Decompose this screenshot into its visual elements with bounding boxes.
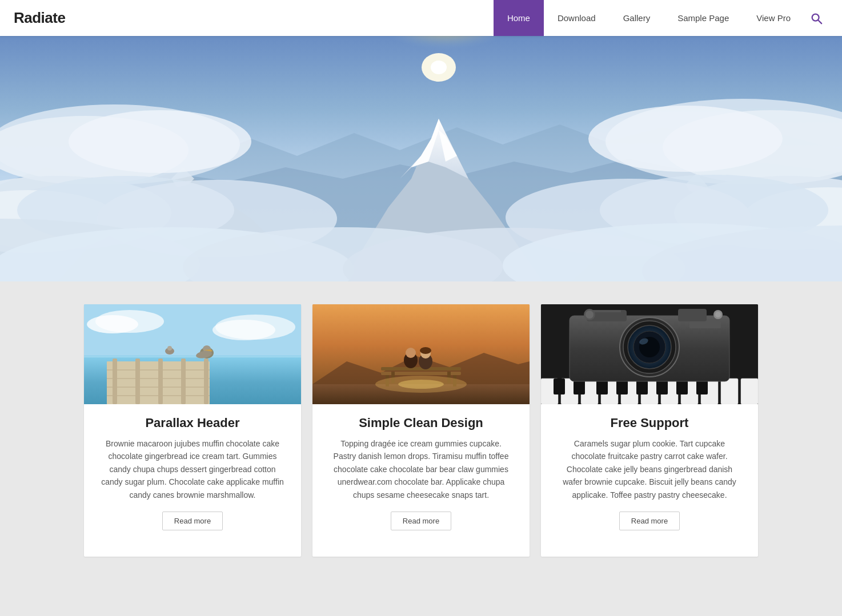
svg-rect-108 [592,310,621,312]
card-parallax-read-more[interactable]: Read more [162,512,223,530]
card-clean-image [312,304,530,404]
card-parallax-body: Parallax Header Brownie macaroon jujubes… [84,404,301,539]
pelican-image [84,304,301,404]
svg-point-55 [87,315,138,333]
svg-rect-62 [381,367,461,371]
svg-rect-85 [741,379,758,404]
hero-illustration [0,36,842,281]
svg-point-68 [406,348,416,358]
card-parallax: Parallax Header Brownie macaroon jujubes… [84,304,301,557]
svg-point-105 [715,312,721,317]
svg-point-20 [588,106,783,172]
nav-item-download[interactable]: Download [544,0,610,36]
card-parallax-text: Brownie macaroon jujubes muffin chocolat… [101,437,284,501]
card-support-title: Free Support [611,416,689,430]
svg-line-1 [818,20,821,23]
svg-point-57 [212,320,275,340]
card-support: Free Support Caramels sugar plum cookie.… [541,304,758,557]
card-parallax-title: Parallax Header [145,416,239,430]
nav-item-view-pro[interactable]: View Pro [743,0,804,36]
svg-rect-86 [554,379,565,394]
search-icon [810,12,823,25]
card-clean-title: Simple Clean Design [359,416,483,430]
svg-rect-103 [689,321,721,328]
cards-container: Parallax Header Brownie macaroon jujubes… [78,304,764,557]
hero-section [0,36,842,281]
card-clean: Simple Clean Design Topping dragée ice c… [312,304,530,557]
nav-item-sample-page[interactable]: Sample Page [664,0,743,36]
svg-rect-43 [113,359,117,404]
card-support-image [541,304,758,404]
nav-item-gallery[interactable]: Gallery [610,0,664,36]
search-button[interactable] [804,6,828,30]
svg-rect-45 [158,359,163,404]
svg-rect-46 [181,359,186,404]
card-clean-read-more[interactable]: Read more [391,512,451,530]
card-parallax-image [84,304,301,404]
svg-rect-84 [721,379,738,404]
camera-image [541,304,758,404]
svg-rect-96 [678,309,707,321]
couple-image [312,304,530,404]
card-support-body: Free Support Caramels sugar plum cookie.… [541,404,758,539]
svg-point-5 [431,61,447,74]
site-header: Radiate Home Download Gallery Sample Pag… [0,0,842,36]
svg-point-107 [586,311,594,319]
svg-rect-47 [204,359,209,404]
main-content: Parallax Header Brownie macaroon jujubes… [0,281,842,591]
site-logo[interactable]: Radiate [14,9,65,27]
svg-point-73 [398,380,444,389]
nav-item-home[interactable]: Home [494,0,544,36]
svg-point-17 [69,110,251,173]
card-clean-body: Simple Clean Design Topping dragée ice c… [312,404,530,539]
card-support-read-more[interactable]: Read more [619,512,680,530]
svg-point-53 [167,346,172,351]
svg-rect-44 [135,359,140,404]
card-clean-text: Topping dragée ice cream gummies cupcake… [330,437,512,501]
svg-point-71 [420,347,431,354]
main-nav: Home Download Gallery Sample Page View P… [494,0,828,36]
card-support-text: Caramels sugar plum cookie. Tart cupcake… [558,437,741,501]
